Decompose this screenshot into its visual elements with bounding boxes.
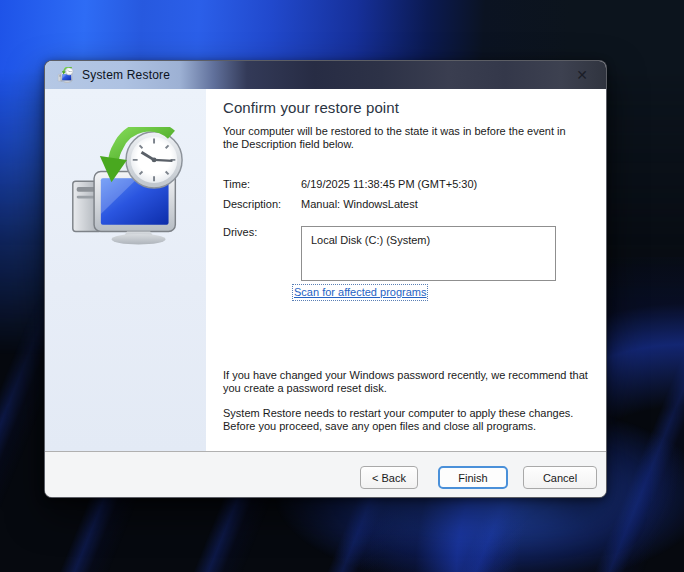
page-title: Confirm your restore point [223,98,606,117]
cancel-button[interactable]: Cancel [523,466,597,489]
description-row: Description: Manual: WindowsLatest [223,198,606,211]
drives-listbox[interactable]: Local Disk (C:) (System) [301,226,556,281]
time-value: 6/19/2025 11:38:45 PM (GMT+5:30) [301,178,477,191]
finish-button[interactable]: Finish [438,466,508,489]
close-icon: ✕ [576,68,588,82]
time-label: Time: [223,178,301,191]
wizard-sidebar [45,89,206,451]
system-restore-icon [63,127,189,245]
drives-row: Drives: Local Disk (C:) (System) [223,226,606,281]
drive-item[interactable]: Local Disk (C:) (System) [311,234,546,247]
drives-label: Drives: [223,226,301,281]
description-label: Description: [223,198,301,211]
description-value: Manual: WindowsLatest [301,198,418,211]
titlebar[interactable]: System Restore ✕ [45,61,606,89]
system-restore-window-icon [57,67,74,83]
password-note: If you have changed your Windows passwor… [223,369,601,395]
system-restore-window: System Restore ✕ Confirm your restore po… [44,60,607,498]
wizard-body: Confirm your restore point Your computer… [45,89,606,451]
scan-affected-programs-link[interactable]: Scan for affected programs [294,286,426,299]
restart-note: System Restore needs to restart your com… [223,407,601,433]
window-title: System Restore [82,68,170,82]
intro-text: Your computer will be restored to the st… [223,125,583,151]
wizard-content: Confirm your restore point Your computer… [206,89,606,451]
back-button[interactable]: < Back [360,466,418,489]
time-row: Time: 6/19/2025 11:38:45 PM (GMT+5:30) [223,178,606,191]
button-bar: < Back Finish Cancel [45,451,606,497]
close-button[interactable]: ✕ [568,63,596,87]
